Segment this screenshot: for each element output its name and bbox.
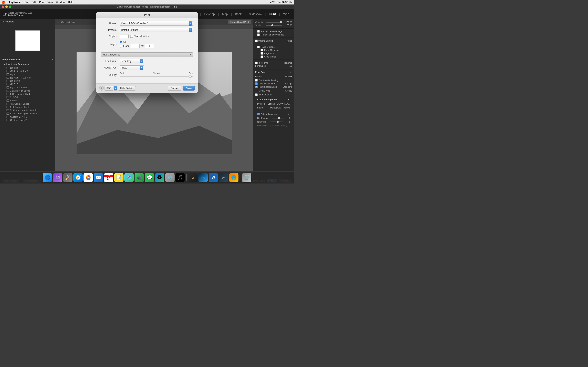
- quality-label: Quality:: [101, 74, 117, 76]
- quality-best-label: Best: [189, 72, 193, 75]
- dock-icon-chrome[interactable]: [84, 173, 93, 182]
- menu-print[interactable]: Print: [39, 1, 44, 4]
- presets-value: Default Settings: [121, 29, 138, 31]
- dock-icon-word[interactable]: W: [209, 173, 218, 182]
- apple-menu[interactable]: 🍎: [2, 1, 5, 4]
- dock-icon-facetime[interactable]: 📹: [135, 173, 144, 182]
- pages-all-radio[interactable]: [120, 41, 122, 43]
- feed-from-control: Rear Tray ▼: [120, 59, 193, 63]
- dock-icon-steam[interactable]: 🎮: [219, 173, 228, 182]
- cancel-button[interactable]: Cancel: [168, 86, 181, 91]
- dialog-right-buttons: Cancel Save: [168, 86, 195, 91]
- pages-control: All From: to:: [120, 40, 193, 48]
- quality-draft-label: Draft: [120, 72, 125, 75]
- pages-all-text: All: [123, 40, 126, 43]
- dock-icon-launchpad[interactable]: 🚀: [63, 173, 72, 182]
- quality-slider-container: Draft Normal Best: [120, 72, 193, 78]
- menu-file[interactable]: File: [25, 1, 28, 4]
- media-quality-label: Media & Quality: [103, 53, 120, 56]
- dock-icon-system-prefs[interactable]: ⚙️: [165, 173, 174, 182]
- menu-help[interactable]: Help: [68, 1, 73, 4]
- dock-icon-photoshop[interactable]: Ps: [199, 173, 208, 182]
- modal-overlay: Print Printer: Canon PRO-100 series 2 ▼ …: [0, 0, 294, 171]
- bw-checkbox[interactable]: [130, 35, 133, 38]
- media-type-row: Media Type: Photo ▼: [101, 66, 193, 70]
- hide-details-button[interactable]: Hide Details: [118, 86, 136, 91]
- help-button[interactable]: ?: [99, 86, 104, 91]
- media-type-select[interactable]: Photo ▼: [120, 66, 144, 70]
- dock-icon-calendar[interactable]: FEB 24: [104, 173, 113, 182]
- dialog-buttons: ? PDF ▼ Hide Details Cancel Save: [96, 83, 198, 93]
- dock-icon-finder[interactable]: 🔵: [43, 173, 52, 182]
- pdf-dropdown-button[interactable]: ▼: [114, 86, 117, 91]
- menu-lightroom[interactable]: Lightroom: [9, 1, 21, 4]
- feed-from-label: Feed from:: [101, 60, 117, 63]
- dock-separator-2: [240, 174, 240, 181]
- menubar: 🍎 Lightroom File Edit Print View Window …: [0, 0, 294, 4]
- pages-row: Pages: All From: to:: [101, 40, 193, 48]
- menu-view[interactable]: View: [48, 1, 53, 4]
- dialog-title: Print: [144, 13, 150, 17]
- print-dialog: Print Printer: Canon PRO-100 series 2 ▼ …: [96, 12, 198, 93]
- dock-icon-siri[interactable]: 🔮: [53, 173, 62, 182]
- dock-icon-mail[interactable]: ✉️: [94, 173, 103, 182]
- copies-control: Black & White: [120, 34, 193, 38]
- pages-from-input[interactable]: [131, 44, 140, 48]
- pages-label: Pages:: [101, 43, 117, 46]
- dialog-titlebar: Print: [96, 12, 198, 18]
- pages-to-text: to:: [141, 45, 144, 48]
- dock-icon-spotify[interactable]: 🎵: [175, 173, 185, 182]
- dock-icon-maps[interactable]: 🗺️: [124, 173, 134, 182]
- section-dropdown-arrow-icon: ▼: [189, 54, 191, 56]
- dock-icon-notes[interactable]: 📝: [114, 173, 123, 182]
- presets-select[interactable]: Default Settings ▼: [120, 28, 193, 32]
- pages-all-label: All: [120, 40, 126, 43]
- pages-to-input[interactable]: [145, 44, 154, 48]
- bw-label: Black & White: [134, 35, 149, 38]
- feed-from-row: Feed from: Rear Tray ▼: [101, 59, 193, 63]
- copies-input[interactable]: [120, 34, 129, 38]
- presets-label: Presets:: [101, 29, 117, 31]
- dialog-left-buttons: ? PDF ▼ Hide Details: [99, 86, 136, 91]
- quality-thumb[interactable]: [189, 75, 191, 78]
- bw-checkbox-label: Black & White: [130, 35, 149, 38]
- quality-normal-label: Normal: [153, 72, 160, 75]
- presets-control: Default Settings ▼: [120, 28, 193, 32]
- printer-row: Printer: Canon PRO-100 series 2 ▼: [101, 21, 193, 26]
- quality-labels: Draft Normal Best: [120, 72, 193, 75]
- pages-from-text: From:: [123, 45, 130, 48]
- dock-icon-appstore[interactable]: 🅐: [155, 173, 164, 182]
- dialog-content: Printer: Canon PRO-100 series 2 ▼ Preset…: [96, 18, 198, 83]
- media-type-control: Photo ▼: [120, 66, 193, 70]
- dock-icon-lightroom[interactable]: Lr: [188, 173, 198, 182]
- printer-select[interactable]: Canon PRO-100 series 2 ▼: [120, 21, 193, 26]
- menubar-right: 42% Tue 10:38 PM: [270, 1, 292, 4]
- copies-row: Copies: Black & White: [101, 34, 193, 38]
- dock-icon-safari[interactable]: 🧭: [73, 173, 83, 182]
- printer-control: Canon PRO-100 series 2 ▼: [120, 21, 193, 26]
- menu-window[interactable]: Window: [56, 1, 65, 4]
- media-type-dialog-value: Photo: [121, 66, 127, 69]
- printer-select-arrow-icon: ▼: [189, 21, 192, 26]
- pdf-button[interactable]: PDF: [104, 86, 113, 91]
- printer-value: Canon PRO-100 series 2: [121, 22, 148, 25]
- menu-edit[interactable]: Edit: [32, 1, 36, 4]
- presets-select-arrow-icon: ▼: [189, 28, 192, 32]
- quality-slider[interactable]: [120, 75, 193, 78]
- save-button[interactable]: Save: [183, 86, 195, 91]
- feed-from-arrow-icon: ▼: [140, 59, 143, 63]
- media-quality-dropdown[interactable]: Media & Quality ▼: [101, 52, 193, 57]
- svg-point-11: [87, 177, 89, 178]
- pages-range-row: From: to:: [120, 44, 154, 48]
- media-type-dialog-label: Media Type:: [101, 66, 117, 69]
- dock-icon-trash[interactable]: 🗑️: [242, 173, 251, 182]
- dock-icon-network[interactable]: 🌐: [229, 173, 238, 182]
- feed-from-select[interactable]: Rear Tray ▼: [120, 59, 144, 63]
- presets-row: Presets: Default Settings ▼: [101, 28, 193, 32]
- pages-from-label: From:: [120, 45, 130, 48]
- battery-indicator: 42%: [270, 1, 275, 4]
- feed-from-value: Rear Tray: [121, 60, 131, 63]
- pages-from-radio[interactable]: [120, 45, 122, 48]
- dock-icon-messages[interactable]: 💬: [145, 173, 154, 182]
- media-type-arrow-icon: ▼: [140, 66, 143, 70]
